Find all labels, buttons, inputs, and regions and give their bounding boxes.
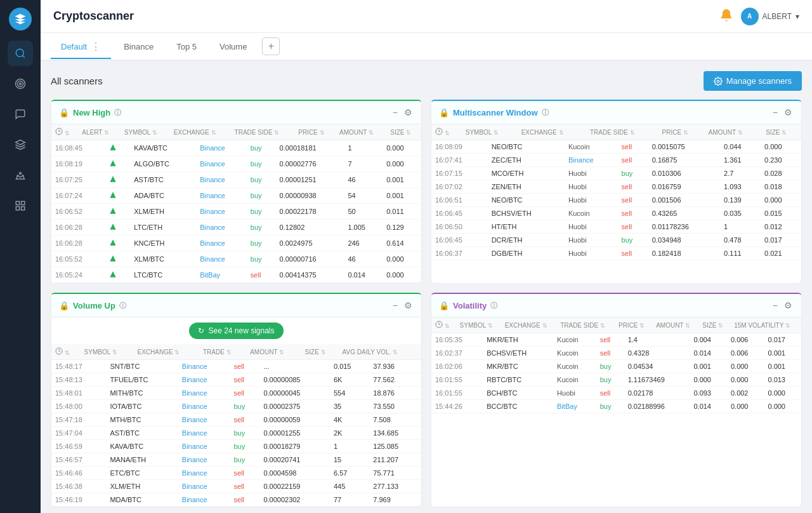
cell-exchange[interactable]: Huobi (565, 194, 618, 207)
cell-exchange[interactable]: Binance (196, 156, 247, 172)
th-amount-m[interactable]: AMOUNT ⇅ (705, 124, 762, 140)
table-row[interactable]: 15:48:01 MITH/BTC Binance sell 0.0000004… (51, 387, 421, 400)
cell-exchange[interactable]: Kucoin (553, 333, 596, 347)
cell-exchange[interactable]: Binance (178, 480, 230, 493)
th-symbol-vol[interactable]: SYMBOL ⇅ (456, 317, 501, 333)
th-alert[interactable]: ALERT ⇅ (78, 124, 120, 140)
manage-scanners-button[interactable]: Manage scanners (704, 71, 802, 91)
table-row[interactable]: 16:06:37 DGB/ETH Huobi sell 0.182418 0.1… (431, 247, 801, 260)
table-row[interactable]: 15:44:26 BCC/BTC BitBay buy 0.02188996 0… (431, 400, 801, 413)
table-row[interactable]: 16:02:06 MKR/BTC Kucoin buy 0.04534 0.00… (431, 360, 801, 373)
table-row[interactable]: 16:05:24 LTC/BTC BitBay sell 0.00414375 … (51, 267, 421, 283)
cell-exchange[interactable]: Binance (178, 440, 230, 453)
volatility-settings-button[interactable]: ⚙ (783, 299, 794, 312)
multiscanner-scroll[interactable]: 16:08:09 NEO/BTC Kucoin sell 0.0015075 0… (431, 140, 801, 260)
new-high-scroll[interactable]: 16:08:45 KAVA/BTC Binance buy 0.00018181… (51, 140, 421, 283)
table-row[interactable]: 15:46:19 MDA/BTC Binance sell 0.00002302… (51, 493, 421, 507)
cell-exchange[interactable]: Kucoin (565, 207, 618, 220)
th-price[interactable]: PRICE ⇅ (294, 124, 336, 140)
th-size-m[interactable]: SIZE ⇅ (762, 124, 801, 140)
th-trade-side-vol[interactable]: TRADE SIDE ⇅ (556, 317, 615, 333)
table-row[interactable]: 16:08:19 ALGO/BTC Binance buy 0.00002776… (51, 156, 421, 172)
table-row[interactable]: 15:46:57 MANA/ETH Binance buy 0.00020741… (51, 453, 421, 467)
table-row[interactable]: 15:47:04 AST/BTC Binance buy 0.00001255 … (51, 427, 421, 440)
cell-exchange[interactable]: Binance (178, 413, 230, 427)
table-row[interactable]: 16:06:45 DCR/ETH Huobi buy 0.034948 0.47… (431, 234, 801, 247)
notification-bell[interactable] (719, 8, 733, 24)
multiscanner-settings-button[interactable]: ⚙ (783, 106, 794, 119)
cell-exchange[interactable]: BitBay (196, 267, 247, 283)
th-time-m[interactable]: ⇅ (431, 124, 462, 140)
volume-up-settings-button[interactable]: ⚙ (403, 299, 414, 312)
cell-exchange[interactable]: Huobi (553, 387, 596, 400)
cell-exchange[interactable]: Binance (196, 236, 247, 251)
table-row[interactable]: 16:06:28 KNC/ETH Binance buy 0.0024975 2… (51, 236, 421, 251)
th-exchange-m[interactable]: EXCHANGE ⇅ (518, 124, 586, 140)
table-row[interactable]: 16:01:55 BCH/BTC Huobi sell 0.02178 0.09… (431, 387, 801, 400)
table-row[interactable]: 16:06:51 NEO/BTC Huobi sell 0.001506 0.1… (431, 194, 801, 207)
table-row[interactable]: 15:48:13 TFUEL/BTC Binance sell 0.000000… (51, 373, 421, 387)
cell-exchange[interactable]: Binance (196, 172, 247, 188)
cell-exchange[interactable]: Binance (565, 154, 618, 167)
table-row[interactable]: 15:48:17 SNT/BTC Binance sell ... 0.015 … (51, 360, 421, 373)
table-row[interactable]: 16:08:45 KAVA/BTC Binance buy 0.00018181… (51, 140, 421, 156)
table-row[interactable]: 15:46:38 XLM/ETH Binance sell 0.00022159… (51, 480, 421, 493)
volume-up-minimize-button[interactable]: − (391, 299, 399, 312)
new-high-minimize-button[interactable]: − (391, 106, 399, 119)
th-amount-v[interactable]: AMOUNT ⇅ (246, 344, 301, 360)
table-row[interactable]: 15:47:18 MTH/BTC Binance sell 0.00000059… (51, 413, 421, 427)
volatility-info-icon[interactable]: ⓘ (490, 301, 497, 310)
th-avg-vol-v[interactable]: AVG DAILY VOL. ⇅ (339, 344, 421, 360)
sidebar-icon-chat[interactable] (8, 102, 33, 127)
table-row[interactable]: 16:07:41 ZEC/ETH Binance sell 0.16875 1.… (431, 154, 801, 167)
cell-exchange[interactable]: Kucoin (553, 360, 596, 373)
new-high-settings-button[interactable]: ⚙ (403, 106, 414, 119)
cell-exchange[interactable]: Binance (178, 373, 230, 387)
cell-exchange[interactable]: Binance (178, 493, 230, 507)
cell-exchange[interactable]: Binance (196, 220, 247, 236)
th-symbol[interactable]: SYMBOL ⇅ (121, 124, 170, 140)
th-time[interactable]: ⇅ (51, 124, 78, 140)
sidebar-icon-layers[interactable] (8, 132, 33, 157)
th-15m-vol[interactable]: 15M VOLATILITY ⇅ (730, 317, 801, 333)
cell-exchange[interactable]: Huobi (565, 180, 618, 194)
th-trade-side[interactable]: TRADE SIDE ⇅ (231, 124, 295, 140)
cell-exchange[interactable]: Binance (178, 427, 230, 440)
table-row[interactable]: 16:06:52 XLM/ETH Binance buy 0.00022178 … (51, 204, 421, 220)
cell-exchange[interactable]: Binance (196, 251, 247, 267)
th-price-m[interactable]: PRICE ⇅ (658, 124, 705, 140)
cell-exchange[interactable]: Huobi (565, 220, 618, 234)
table-row[interactable]: 16:05:35 MKR/ETH Kucoin sell 1.4 0.004 0… (431, 333, 801, 347)
th-exchange[interactable]: EXCHANGE ⇅ (170, 124, 231, 140)
table-row[interactable]: 16:07:25 AST/BTC Binance buy 0.00001251 … (51, 172, 421, 188)
table-row[interactable]: 16:08:09 NEO/BTC Kucoin sell 0.0015075 0… (431, 140, 801, 154)
table-row[interactable]: 15:46:46 ETC/BTC Binance sell 0.0004598 … (51, 467, 421, 480)
cell-exchange[interactable]: Binance (178, 400, 230, 413)
table-row[interactable]: 15:46:59 KAVA/BTC Binance buy 0.00018279… (51, 440, 421, 453)
user-menu[interactable]: A ALBERT ▾ (741, 8, 799, 25)
sidebar-icon-target[interactable] (8, 71, 33, 97)
tab-binance[interactable]: Binance (114, 37, 164, 58)
table-row[interactable]: 16:02:37 BCHSV/ETH Kucoin sell 0.4328 0.… (431, 347, 801, 360)
th-trade-side-v[interactable]: TRADE ⇅ (199, 344, 246, 360)
th-size-v[interactable]: SIZE ⇅ (301, 344, 339, 360)
table-row[interactable]: 15:48:00 IOTA/BTC Binance buy 0.00002375… (51, 400, 421, 413)
th-size-vol[interactable]: SIZE ⇅ (698, 317, 730, 333)
volume-up-info-icon[interactable]: ⓘ (119, 301, 126, 310)
tab-default[interactable]: Default ⋮ (51, 36, 111, 59)
th-exchange-vol[interactable]: EXCHANGE ⇅ (501, 317, 557, 333)
cell-exchange[interactable]: Kucoin (565, 140, 618, 154)
th-time-vol[interactable]: ⇅ (431, 317, 456, 333)
cell-exchange[interactable]: Huobi (565, 247, 618, 260)
volatility-scroll[interactable]: 16:05:35 MKR/ETH Kucoin sell 1.4 0.004 0… (431, 333, 801, 413)
cell-exchange[interactable]: Binance (178, 467, 230, 480)
cell-exchange[interactable]: Binance (196, 204, 247, 220)
tab-volume[interactable]: Volume (209, 37, 257, 58)
cell-exchange[interactable]: Binance (178, 453, 230, 467)
new-high-info-icon[interactable]: ⓘ (114, 108, 121, 117)
th-amount-vol[interactable]: AMOUNT ⇅ (652, 317, 698, 333)
multiscanner-minimize-button[interactable]: − (771, 106, 779, 119)
cell-exchange[interactable]: BitBay (553, 400, 596, 413)
table-row[interactable]: 16:07:02 ZEN/ETH Huobi sell 0.016759 1.0… (431, 180, 801, 194)
table-row[interactable]: 16:01:55 RBTC/BTC Kucoin buy 1.11673469 … (431, 373, 801, 387)
